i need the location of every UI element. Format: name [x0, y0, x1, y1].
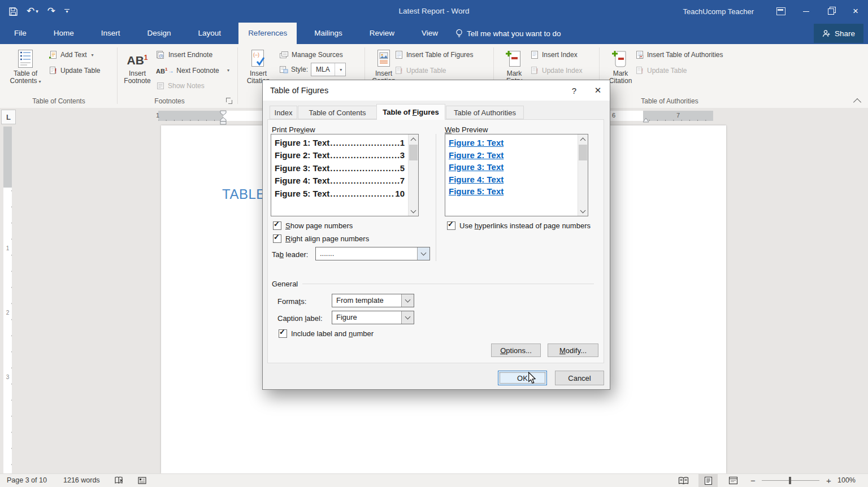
- collapse-ribbon-icon[interactable]: [853, 98, 861, 106]
- tab-insert[interactable]: Insert: [92, 23, 130, 44]
- tab-references[interactable]: References: [238, 23, 297, 44]
- tab-layout[interactable]: Layout: [189, 23, 231, 44]
- close-icon: ×: [853, 6, 858, 17]
- scrollbar-thumb: [579, 145, 587, 160]
- web-preview-box[interactable]: Figure 1: Text Figure 2: Text Figure 3: …: [445, 134, 588, 216]
- web-preview-label: Web Preview: [445, 125, 488, 134]
- insert-footnote-button[interactable]: AB1 Insert Footnote: [120, 47, 155, 85]
- options-button[interactable]: Options...: [491, 343, 541, 357]
- right-align-page-numbers-checkbox[interactable]: ✓ Right align page numbers: [273, 234, 369, 243]
- insert-table-of-figures-button[interactable]: Insert Table of Figures: [394, 49, 474, 61]
- proofing-errors-icon[interactable]: [114, 476, 124, 487]
- update-table-authorities-button[interactable]: ! Update Table: [635, 64, 687, 77]
- web-preview-link: Figure 1: Text: [445, 137, 576, 149]
- print-layout-button[interactable]: [698, 474, 718, 487]
- tab-review[interactable]: Review: [360, 23, 404, 44]
- next-footnote-button[interactable]: AB1→ Next Footnote: [156, 64, 219, 77]
- style-row: Style: MLA ▾: [279, 63, 346, 76]
- svg-text:!: !: [401, 67, 403, 75]
- print-preview-row: Figure 4: Text7: [271, 175, 407, 188]
- modify-button[interactable]: Modify...: [548, 343, 598, 357]
- ok-button[interactable]: OK: [498, 371, 547, 385]
- close-button[interactable]: ×: [843, 0, 868, 23]
- right-indent-icon[interactable]: [641, 115, 650, 125]
- include-label-number-checkbox[interactable]: ✓ Include label and number: [279, 329, 374, 338]
- scroll-up-icon: [409, 134, 418, 144]
- restore-button[interactable]: [818, 0, 843, 23]
- add-text-button[interactable]: Add Text ▾: [49, 49, 94, 61]
- vertical-ruler[interactable]: 1 2 3: [3, 127, 12, 473]
- tab-file[interactable]: File: [5, 23, 36, 44]
- minimize-icon: [803, 11, 809, 12]
- cancel-button[interactable]: Cancel: [555, 371, 604, 385]
- print-preview-label: Print Preview: [272, 125, 315, 134]
- dialog-help-button[interactable]: ?: [565, 80, 584, 101]
- account-name[interactable]: TeachUcomp Teacher: [683, 7, 754, 16]
- insert-table-of-authorities-icon: [635, 50, 644, 59]
- manage-sources-button[interactable]: Manage Sources: [279, 49, 343, 61]
- tab-mailings[interactable]: Mailings: [305, 23, 352, 44]
- dialog-tab-index[interactable]: Index: [270, 106, 297, 119]
- insert-table-of-authorities-button[interactable]: Insert Table of Authorities: [635, 49, 723, 61]
- macro-record-icon[interactable]: [138, 476, 147, 487]
- table-of-contents-button[interactable]: Table of Contents▾: [7, 47, 44, 85]
- table-of-contents-icon: [17, 47, 34, 70]
- insert-index-button[interactable]: Insert Index: [530, 49, 578, 61]
- web-preview-scrollbar[interactable]: [578, 134, 588, 216]
- web-layout-button[interactable]: [723, 474, 743, 487]
- zoom-in-button[interactable]: +: [826, 474, 831, 487]
- show-notes-button[interactable]: Show Notes: [156, 80, 205, 92]
- minimize-button[interactable]: [793, 0, 818, 23]
- tab-stop-selector[interactable]: L: [1, 110, 16, 124]
- style-select[interactable]: MLA ▾: [311, 63, 346, 76]
- restore-icon: [828, 8, 834, 15]
- dialog-title-bar[interactable]: Table of Figures ? ✕: [263, 80, 610, 101]
- dialog-tab-table-of-figures[interactable]: Table of Figures: [376, 104, 445, 120]
- formats-select[interactable]: From template: [332, 294, 414, 307]
- zoom-out-button[interactable]: −: [750, 474, 756, 487]
- page-indicator[interactable]: Page 3 of 10: [7, 474, 47, 487]
- insert-caption-icon: [375, 47, 392, 70]
- title-bar: ↶ ▾ ↷ ▾ Latest Report - Word TeachUcomp …: [0, 0, 868, 23]
- print-preview-box[interactable]: Figure 1: Text1 Figure 2: Text3 Figure 3…: [271, 134, 419, 216]
- print-preview-row: Figure 1: Text1: [271, 136, 407, 149]
- insert-endnote-icon: (i): [156, 50, 166, 59]
- tab-leader-select[interactable]: .......: [315, 247, 430, 260]
- insert-endnote-button[interactable]: (i) Insert Endnote: [156, 49, 212, 61]
- close-icon: ✕: [594, 85, 602, 95]
- caption-label-select[interactable]: Figure: [332, 311, 414, 324]
- dialog-close-button[interactable]: ✕: [588, 80, 607, 101]
- footnotes-dialog-launcher[interactable]: [226, 98, 232, 104]
- zoom-slider-thumb[interactable]: [789, 477, 791, 484]
- dialog-tab-table-of-authorities[interactable]: Table of Authorities: [446, 106, 524, 119]
- manage-sources-icon: [279, 51, 289, 59]
- show-page-numbers-checkbox[interactable]: ✓ Show page numbers: [273, 221, 353, 230]
- tab-view[interactable]: View: [412, 23, 448, 44]
- share-person-icon: [822, 29, 831, 38]
- formats-label: Formats:: [277, 297, 306, 306]
- print-preview-scrollbar[interactable]: [408, 134, 418, 216]
- tell-me-box[interactable]: Tell me what you want to do: [448, 23, 569, 44]
- ribbon-display-options-icon: [776, 7, 785, 15]
- dialog-tab-table-of-contents[interactable]: Table of Contents: [298, 106, 377, 119]
- update-index-button[interactable]: ! Update Index: [530, 64, 582, 77]
- zoom-level[interactable]: 100%: [837, 474, 856, 487]
- update-table-button[interactable]: ! Update Table: [49, 64, 101, 77]
- table-of-figures-dialog: Table of Figures ? ✕ Index Table of Cont…: [262, 80, 610, 390]
- share-button[interactable]: Share: [814, 24, 863, 43]
- document-heading[interactable]: TABLE: [222, 186, 266, 202]
- add-text-icon: [49, 50, 58, 59]
- word-count[interactable]: 1216 words: [63, 474, 100, 487]
- next-footnote-dropdown-icon[interactable]: ▾: [227, 68, 229, 73]
- tab-home[interactable]: Home: [44, 23, 84, 44]
- chevron-down-icon: [401, 294, 414, 307]
- print-preview-row: Figure 3: Text5: [271, 162, 407, 175]
- tab-design[interactable]: Design: [138, 23, 181, 44]
- scroll-up-icon: [578, 134, 588, 144]
- update-table-icon: !: [49, 66, 58, 75]
- check-icon: ✓: [279, 328, 285, 336]
- ribbon-display-options-button[interactable]: [769, 0, 793, 23]
- read-mode-button[interactable]: [674, 474, 693, 487]
- use-hyperlinks-checkbox[interactable]: ✓ Use hyperlinks instead of page numbers: [447, 221, 591, 230]
- update-table-captions-button[interactable]: ! Update Table: [394, 64, 446, 77]
